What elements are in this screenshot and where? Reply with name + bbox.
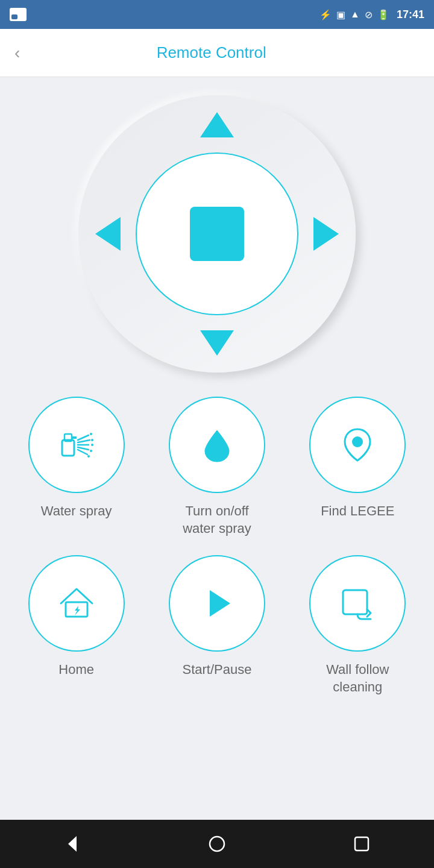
svg-line-6 [78, 447, 89, 450]
down-arrow-icon [200, 330, 234, 356]
svg-point-9 [91, 439, 93, 441]
water-spray-button[interactable]: Water spray [12, 397, 140, 537]
dpad-outer [78, 95, 356, 373]
svg-point-18 [210, 837, 224, 851]
wall-follow-icon [336, 582, 379, 625]
dpad-container [78, 95, 356, 373]
gallery-icon [10, 8, 27, 21]
nav-home-icon [208, 835, 226, 853]
nav-recents-button[interactable] [344, 826, 380, 862]
svg-rect-16 [343, 590, 367, 614]
location-pin-icon [336, 423, 379, 467]
nav-home-button[interactable] [199, 826, 235, 862]
svg-point-8 [90, 433, 92, 435]
svg-line-4 [78, 440, 90, 442]
svg-rect-19 [355, 837, 368, 851]
nav-bar [0, 820, 434, 868]
home-icon [55, 582, 98, 625]
dpad-left-button[interactable] [95, 217, 121, 251]
find-legee-circle [309, 397, 406, 493]
up-arrow-icon [200, 112, 234, 137]
water-spray-label: Water spray [41, 503, 112, 520]
dpad-up-button[interactable] [200, 112, 234, 137]
wall-follow-label: Wall followcleaning [326, 661, 389, 696]
nav-back-icon [63, 835, 81, 853]
toggle-water-circle [169, 397, 265, 493]
start-pause-button[interactable]: Start/Pause [153, 555, 281, 696]
toggle-water-label: Turn on/offwater spray [183, 503, 251, 537]
wall-follow-circle [309, 555, 406, 652]
svg-point-12 [87, 455, 90, 458]
find-legee-label: Find LEGEE [321, 503, 394, 520]
status-bar: ⚡ ▣ ▲ ⊘ 🔋 17:41 [0, 0, 434, 29]
main-content: Water spray Turn on/offwater spray Find … [0, 77, 434, 820]
header: ‹ Remote Control [0, 29, 434, 77]
battery-icon: 🔋 [377, 9, 389, 20]
nav-back-button[interactable] [54, 826, 90, 862]
play-icon [195, 582, 239, 625]
dpad-down-button[interactable] [200, 330, 234, 356]
svg-line-3 [78, 435, 89, 440]
left-arrow-icon [95, 217, 121, 251]
controls-grid: Water spray Turn on/offwater spray Find … [12, 397, 422, 696]
water-spray-icon [55, 423, 98, 467]
dpad-right-button[interactable] [313, 217, 339, 251]
svg-point-10 [91, 444, 93, 446]
start-pause-label: Start/Pause [183, 661, 252, 679]
find-legee-button[interactable]: Find LEGEE [294, 397, 422, 537]
water-spray-circle [28, 397, 125, 493]
toggle-water-button[interactable]: Turn on/offwater spray [153, 397, 281, 537]
svg-marker-15 [210, 590, 230, 617]
nav-recents-icon [354, 836, 370, 852]
wifi-icon: ▲ [350, 9, 360, 20]
status-bar-right: ⚡ ▣ ▲ ⊘ 🔋 17:41 [319, 8, 424, 21]
right-arrow-icon [313, 217, 339, 251]
home-circle [28, 555, 125, 652]
page-title: Remote Control [30, 43, 393, 62]
status-bar-left [10, 8, 27, 21]
signal-icon: ⊘ [365, 9, 373, 20]
bluetooth-icon: ⚡ [319, 9, 332, 20]
svg-line-7 [78, 450, 87, 454]
svg-rect-2 [72, 436, 77, 439]
back-button[interactable]: ‹ [14, 45, 20, 61]
water-drop-icon [195, 423, 239, 467]
home-button[interactable]: Home [12, 555, 140, 696]
svg-point-13 [352, 436, 363, 447]
svg-rect-0 [62, 440, 74, 456]
vibrate-icon: ▣ [336, 9, 345, 20]
stop-button[interactable] [190, 207, 244, 261]
start-pause-circle [169, 555, 265, 652]
wall-follow-button[interactable]: Wall followcleaning [294, 555, 422, 696]
dpad-inner-ring [136, 153, 298, 315]
time-display: 17:41 [397, 8, 424, 21]
svg-marker-17 [68, 836, 77, 852]
svg-point-11 [90, 450, 92, 452]
home-label: Home [58, 661, 94, 679]
